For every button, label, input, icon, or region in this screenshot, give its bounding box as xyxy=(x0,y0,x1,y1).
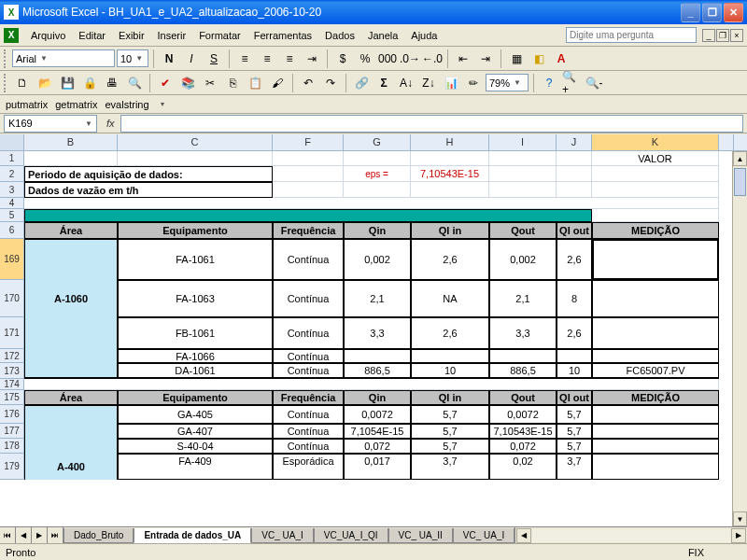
tab-nav-last[interactable]: ⏭ xyxy=(48,527,63,543)
cell[interactable]: Esporádica xyxy=(273,454,344,480)
cell[interactable] xyxy=(557,182,592,198)
cell[interactable] xyxy=(344,182,411,198)
open-button[interactable]: 📂 xyxy=(35,73,55,93)
scroll-left-button[interactable]: ◀ xyxy=(516,528,531,543)
cell[interactable]: 2,6 xyxy=(557,239,592,280)
table-header[interactable]: MEDIÇÃO xyxy=(592,390,719,405)
cell[interactable]: GA-407 xyxy=(118,424,273,439)
cell[interactable] xyxy=(592,280,719,317)
cell[interactable]: FA-1061 xyxy=(118,239,273,280)
cell[interactable]: 3,7 xyxy=(411,454,489,480)
cell[interactable]: 3,3 xyxy=(344,317,411,349)
cell[interactable]: 0,072 xyxy=(489,439,557,454)
cell[interactable] xyxy=(489,182,557,198)
cell[interactable]: eps = xyxy=(344,166,411,182)
row-header[interactable]: 178 xyxy=(0,439,24,454)
cell[interactable] xyxy=(273,151,344,166)
cell[interactable]: 5,7 xyxy=(557,405,592,424)
spelling-button[interactable]: ✔ xyxy=(155,73,176,93)
table-header[interactable]: QI in xyxy=(411,222,489,239)
sheet-tab[interactable]: VC_UA_I_QI xyxy=(314,528,388,543)
new-button[interactable]: 🗋 xyxy=(12,73,33,93)
menu-janela[interactable]: Janela xyxy=(361,28,404,43)
cell[interactable]: 0,017 xyxy=(344,454,411,480)
cell[interactable] xyxy=(24,405,118,424)
cell[interactable]: 2,1 xyxy=(344,280,411,317)
cell[interactable] xyxy=(592,424,719,439)
cell[interactable] xyxy=(273,166,344,182)
cell[interactable] xyxy=(411,182,489,198)
row-header[interactable]: 6 xyxy=(0,222,24,239)
cell[interactable]: 0,002 xyxy=(344,239,411,280)
row-header[interactable]: 171 xyxy=(0,317,24,349)
cell[interactable]: NA xyxy=(411,280,489,317)
hyperlink-button[interactable]: 🔗 xyxy=(351,73,372,93)
col-header-I[interactable]: I xyxy=(489,134,557,150)
menu-ferramentas[interactable]: Ferramentas xyxy=(247,28,318,43)
cell[interactable]: Contínua xyxy=(273,317,344,349)
merge-center-button[interactable]: ⇥ xyxy=(302,49,322,69)
putmatrix-button[interactable]: putmatrix xyxy=(6,99,48,110)
font-size-combo[interactable]: 10▼ xyxy=(117,49,148,67)
menu-formatar[interactable]: Formatar xyxy=(192,28,247,43)
cell[interactable] xyxy=(592,166,719,182)
permission-button[interactable]: 🔒 xyxy=(79,73,100,93)
font-color-button[interactable]: A xyxy=(551,49,571,69)
cell[interactable]: 5,7 xyxy=(411,424,489,439)
grid-body[interactable]: 1 VALOR 2 Periodo de aquisição de dados:… xyxy=(0,151,747,526)
cell[interactable]: 0,072 xyxy=(344,439,411,454)
cell[interactable]: 0,002 xyxy=(489,239,557,280)
cell[interactable]: 0,0072 xyxy=(344,405,411,424)
vertical-scrollbar[interactable]: ▲ ▼ xyxy=(732,151,747,526)
cell[interactable] xyxy=(344,349,411,363)
close-button[interactable]: ✕ xyxy=(724,3,743,22)
table-header[interactable]: Frequência xyxy=(273,390,344,405)
cell[interactable] xyxy=(411,349,489,363)
cell[interactable]: 5,7 xyxy=(557,439,592,454)
row-header[interactable]: 5 xyxy=(0,209,24,222)
scroll-thumb[interactable] xyxy=(734,168,746,196)
cell[interactable] xyxy=(592,439,719,454)
zoom-out-button[interactable]: 🔍- xyxy=(584,73,604,93)
table-header[interactable]: Frequência xyxy=(273,222,344,239)
table-header[interactable]: Qout xyxy=(489,222,557,239)
save-button[interactable]: 💾 xyxy=(57,73,78,93)
minimize-button[interactable]: _ xyxy=(681,3,700,22)
col-header-K[interactable]: K xyxy=(592,134,719,150)
align-right-button[interactable]: ≡ xyxy=(279,49,300,69)
autosum-button[interactable]: Σ xyxy=(374,73,394,93)
align-left-button[interactable]: ≡ xyxy=(234,49,255,69)
row-header[interactable]: 169 xyxy=(0,239,24,280)
select-all-corner[interactable] xyxy=(0,134,24,150)
cell[interactable]: 3,7 xyxy=(557,454,592,480)
table-header[interactable]: Equipamento xyxy=(118,222,273,239)
cell[interactable] xyxy=(489,349,557,363)
sheet-tab[interactable]: VC_ UA_I xyxy=(453,528,514,543)
toolbar-gripper[interactable] xyxy=(4,74,7,92)
table-header[interactable]: Equipamento xyxy=(118,390,273,405)
fx-icon[interactable]: fx xyxy=(106,118,115,129)
name-box[interactable]: K169▼ xyxy=(4,115,97,133)
table-header[interactable]: MEDIÇÃO xyxy=(592,222,719,239)
currency-button[interactable]: $ xyxy=(332,49,353,69)
cell[interactable]: 2,6 xyxy=(411,317,489,349)
help-button[interactable]: ? xyxy=(539,73,559,93)
cell[interactable]: A-400 xyxy=(24,454,118,480)
cell[interactable] xyxy=(489,151,557,166)
row-header[interactable]: 1 xyxy=(0,151,24,166)
cell[interactable] xyxy=(273,182,344,198)
table-header[interactable]: Área xyxy=(24,222,118,239)
row-header[interactable]: 2 xyxy=(0,166,24,182)
horizontal-scrollbar[interactable]: ◀ ▶ xyxy=(514,527,747,543)
cell[interactable]: 7,10543E-15 xyxy=(411,166,489,182)
cell[interactable] xyxy=(24,424,118,439)
cell[interactable] xyxy=(592,317,719,349)
cell[interactable]: VALOR xyxy=(592,151,719,166)
sheet-tab-active[interactable]: Entrada de dados_UA xyxy=(134,528,251,543)
cell[interactable]: 5,7 xyxy=(411,405,489,424)
cut-button[interactable]: ✂ xyxy=(200,73,220,93)
col-header-C[interactable]: C xyxy=(118,134,273,150)
cell[interactable] xyxy=(24,151,118,166)
app-menu-icon[interactable]: X xyxy=(4,28,19,43)
cell[interactable]: 886,5 xyxy=(489,363,557,379)
